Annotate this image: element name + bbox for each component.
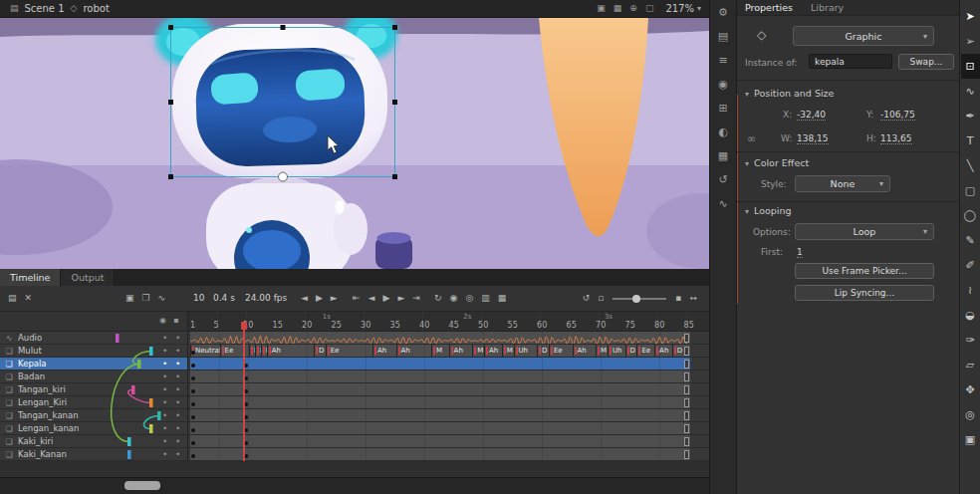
frame-span[interactable]: NeutralEeDEFAhDEeAhAhMAhMAhMUhDEeAhMUhDE… <box>190 345 690 357</box>
mouth-segment[interactable]: D <box>314 345 326 357</box>
h-value[interactable]: 113,65 <box>880 133 912 144</box>
mouth-segment[interactable]: Ah <box>267 345 314 357</box>
color-panel-icon[interactable]: ◐ <box>714 125 732 139</box>
use-frame-picker-button[interactable]: Use Frame Picker... <box>795 263 934 279</box>
frame-span[interactable] <box>190 332 690 344</box>
lip-syncing-button[interactable]: Lip Syncing... <box>795 285 934 301</box>
frame-span[interactable] <box>190 409 690 421</box>
lasso-tool[interactable]: ∿ <box>961 79 980 104</box>
library-panel-icon[interactable]: ▤ <box>714 30 732 44</box>
current-frame-value[interactable]: 10 <box>193 293 204 303</box>
layer-lock-dot[interactable]: • <box>175 345 180 357</box>
breadcrumb-scene[interactable]: Scene 1 <box>25 3 65 14</box>
swatches-panel-icon[interactable]: ▦ <box>714 149 732 163</box>
mouth-segment[interactable]: Ah <box>449 345 473 357</box>
free-transform-tool[interactable]: ⊡ <box>961 54 980 79</box>
text-tool[interactable]: T <box>961 128 980 153</box>
brush-tool[interactable]: ✐ <box>961 253 980 278</box>
tab-output[interactable]: Output <box>61 269 115 286</box>
mouth-segment[interactable]: Ah <box>372 345 396 357</box>
paint-bucket-tool[interactable]: ◒ <box>961 303 980 328</box>
layer-lock-dot[interactable]: • <box>175 383 180 395</box>
transformation-point[interactable] <box>279 172 288 181</box>
eraser-tool[interactable]: ▱ <box>961 353 980 377</box>
instance-name-field[interactable]: kepala <box>809 54 892 69</box>
layer-frames-row[interactable] <box>188 370 709 383</box>
mouth-segment[interactable]: Ah <box>654 345 672 357</box>
loop-options-dropdown[interactable]: Loop ▾ <box>795 223 934 240</box>
section-looping[interactable]: ▾Looping <box>745 205 792 216</box>
delete-layer-icon[interactable]: ✕ <box>21 286 37 311</box>
lock-aspect-icon[interactable]: ∞ <box>747 132 756 145</box>
center-stage-icon[interactable]: ⊕ <box>625 0 641 17</box>
layer-frames-row[interactable] <box>188 358 709 370</box>
play-icon[interactable]: ▶ <box>312 286 327 311</box>
mouth-segment[interactable]: D <box>625 345 637 357</box>
frame-span[interactable] <box>190 396 690 408</box>
zoom-tool[interactable]: ◎ <box>961 402 980 427</box>
camera-icon[interactable]: ▣ <box>593 0 610 17</box>
layer-lock-dot[interactable]: • <box>175 332 180 344</box>
layer-row-Badan[interactable]: ❏Badan•• <box>0 370 187 383</box>
section-color-effect[interactable]: ▾Color Effect <box>745 157 809 168</box>
snap-to-icon[interactable]: ▦ <box>494 286 511 311</box>
frame-span[interactable] <box>190 435 690 447</box>
bone-tool[interactable]: ≀ <box>961 278 980 303</box>
mouth-segment[interactable]: Ee <box>549 345 573 357</box>
tab-timeline[interactable]: Timeline <box>0 269 61 286</box>
hand-tool[interactable]: ✥ <box>961 377 980 402</box>
mouth-segment[interactable]: Ee <box>326 345 372 357</box>
frame-span[interactable] <box>190 370 690 382</box>
layer-visibility-dot[interactable]: • <box>162 396 167 408</box>
frame-span[interactable] <box>190 448 690 460</box>
frames-grid[interactable]: NeutralEeDEFAhDEeAhAhMAhMAhMUhDEeAhMUhDE… <box>187 332 709 461</box>
layer-row-Kepala[interactable]: ❏Kepala•• <box>0 358 187 370</box>
edit-multiple-frames-icon[interactable]: ▥ <box>477 286 494 311</box>
fit-frames-in-view-icon[interactable]: ↔ <box>685 286 701 311</box>
guides-icon[interactable]: ▦ <box>610 0 626 17</box>
layer-frames-row[interactable] <box>188 332 709 345</box>
camera-toggle-icon[interactable]: ▣ <box>122 286 138 311</box>
frame-span[interactable] <box>190 358 690 370</box>
layer-visibility-dot[interactable]: • <box>162 435 167 447</box>
transform-panel-icon[interactable]: ⊞ <box>714 102 732 116</box>
x-value[interactable]: -32,40 <box>797 110 826 121</box>
prev-keyframe-icon[interactable]: ◄ <box>365 286 379 311</box>
history-panel-icon[interactable]: ↺ <box>714 173 732 187</box>
frame-rate-value[interactable]: 24.00 fps <box>245 293 287 303</box>
mouth-segment[interactable]: D <box>537 345 549 357</box>
layer-lock-dot[interactable]: • <box>175 358 180 370</box>
subselection-tool[interactable]: ➢ <box>961 29 980 54</box>
frame-span[interactable] <box>190 383 690 395</box>
first-frame-value[interactable]: 1 <box>797 247 803 258</box>
mouth-segment[interactable]: Ee <box>636 345 654 357</box>
color-style-dropdown[interactable]: None ▾ <box>795 175 890 192</box>
onion-skin-outline-icon[interactable]: ◎ <box>461 286 477 311</box>
frame-span[interactable] <box>190 422 690 434</box>
layer-row-Kaki_Kanan[interactable]: ❏Kaki_Kanan•• <box>0 448 187 461</box>
mouth-segment[interactable]: Uh <box>514 345 538 357</box>
robot-head[interactable] <box>155 18 397 178</box>
layer-row-Tangan_kiri[interactable]: ❏Tangan_kiri•• <box>0 383 187 396</box>
timeline-zoom-slider[interactable] <box>612 298 666 300</box>
layer-lock-dot[interactable]: • <box>175 435 180 447</box>
layer-lock-dot[interactable]: • <box>175 448 180 460</box>
align-panel-icon[interactable]: ≡ <box>714 54 732 68</box>
layer-frames-row[interactable] <box>188 396 709 409</box>
layer-row-Tangan_kanan[interactable]: ❏Tangan_kanan•• <box>0 409 187 422</box>
pencil-tool[interactable]: ✎ <box>961 228 980 253</box>
selection-tool[interactable]: ➤ <box>961 4 980 29</box>
mouth-segment[interactable]: Uh <box>608 345 625 357</box>
layer-row-Kaki_kiri[interactable]: ❏Kaki_kiri•• <box>0 435 187 448</box>
timeline-ruler[interactable]: 1s2s3s1510152025303540455055606570758085 <box>187 312 709 332</box>
zoom-level-dropdown[interactable]: 217% ▾ <box>665 3 701 14</box>
mouth-segment[interactable]: Ah <box>484 345 502 357</box>
pen-tool[interactable]: ✒ <box>961 104 980 128</box>
layer-frames-row[interactable] <box>188 435 709 448</box>
mouth-segment[interactable]: M <box>431 345 449 357</box>
layer-visibility-dot[interactable]: • <box>162 448 167 460</box>
layer-frames-row[interactable] <box>188 409 709 422</box>
robot-cup[interactable] <box>375 232 412 269</box>
layer-frames-row[interactable] <box>188 422 709 435</box>
onion-skin-icon[interactable]: ◉ <box>446 286 462 311</box>
